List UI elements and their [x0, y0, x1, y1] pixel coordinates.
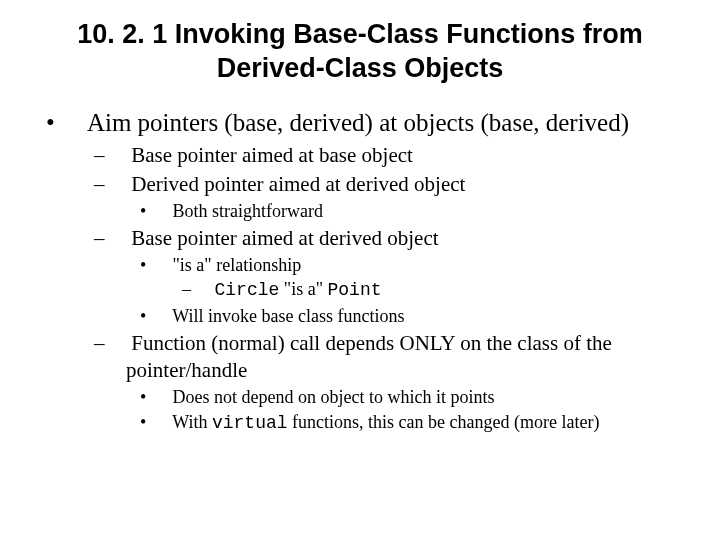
code-text: virtual — [212, 413, 288, 433]
slide-title: 10. 2. 1 Invoking Base-Class Functions f… — [40, 18, 680, 86]
bullet-list: Circle "is a" Point — [168, 278, 680, 302]
bullet-list: Does not depend on object to which it po… — [126, 386, 680, 436]
bullet-text: functions, this can be changed (more lat… — [288, 412, 600, 432]
bullet-text: Base pointer aimed at base object — [131, 143, 413, 167]
bullet-l1: Aim pointers (base, derived) at objects … — [64, 108, 680, 436]
bullet-text: Derived pointer aimed at derived object — [131, 172, 465, 196]
bullet-l3: Both straightforward — [154, 200, 680, 223]
bullet-list: Both straightforward — [126, 200, 680, 223]
slide: 10. 2. 1 Invoking Base-Class Functions f… — [0, 0, 720, 540]
bullet-l3: "is a" relationship Circle "is a" Point — [154, 254, 680, 303]
bullet-l2: Base pointer aimed at base object — [110, 142, 680, 169]
bullet-l3: With virtual functions, this can be chan… — [154, 411, 680, 435]
bullet-text: Function (normal) call depends ONLY on t… — [126, 331, 612, 382]
bullet-l2: Base pointer aimed at derived object "is… — [110, 225, 680, 328]
bullet-text: "is a" relationship — [173, 255, 302, 275]
bullet-text: Both straightforward — [173, 201, 323, 221]
bullet-text: "is a" — [279, 279, 327, 299]
bullet-list: "is a" relationship Circle "is a" Point … — [126, 254, 680, 328]
bullet-text: Does not depend on object to which it po… — [173, 387, 495, 407]
bullet-l2: Function (normal) call depends ONLY on t… — [110, 330, 680, 436]
bullet-list: Base pointer aimed at base object Derive… — [82, 142, 680, 436]
bullet-text: Aim pointers (base, derived) at objects … — [87, 109, 629, 136]
bullet-l4: Circle "is a" Point — [196, 278, 680, 302]
bullet-list: Aim pointers (base, derived) at objects … — [40, 108, 680, 436]
bullet-text: Base pointer aimed at derived object — [131, 226, 438, 250]
bullet-text: With — [172, 412, 212, 432]
code-text: Circle — [215, 280, 280, 300]
bullet-text: Will invoke base class functions — [172, 306, 404, 326]
code-text: Point — [328, 280, 382, 300]
bullet-l3: Will invoke base class functions — [154, 305, 680, 328]
bullet-l3: Does not depend on object to which it po… — [154, 386, 680, 409]
bullet-l2: Derived pointer aimed at derived object … — [110, 171, 680, 223]
